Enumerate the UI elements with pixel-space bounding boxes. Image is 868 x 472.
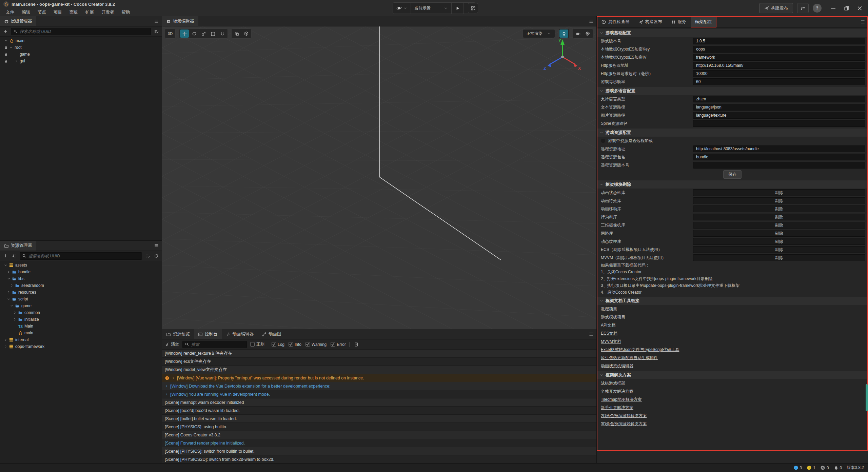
close-button[interactable] [857,5,863,11]
property-input[interactable]: zh,en [693,96,865,102]
property-input[interactable]: 1.0.5 [693,38,865,44]
console-message[interactable]: [Window] model_view文件夹存在 [162,366,596,374]
console-tab[interactable]: 控制台 [194,329,222,339]
hierarchy-node[interactable]: game [0,51,162,58]
asset-node[interactable]: script [0,296,162,302]
notification-count[interactable]: 0 [834,466,842,470]
doc-link[interactable]: Excel格式转Json文件与TypeScript代码工具 [601,347,679,353]
doc-link[interactable]: ECS文档 [601,331,617,336]
hierarchy-search[interactable] [11,28,151,35]
menu-item[interactable]: 扩展 [82,9,98,15]
hierarchy-node[interactable]: main [0,37,162,44]
remove-module-button[interactable]: 剔除 [693,222,865,229]
assets-search[interactable] [20,252,142,260]
remote-load-checkbox[interactable]: 游戏中资源是否远程加载 [597,137,868,145]
remove-module-button[interactable]: 剔除 [693,246,865,253]
hierarchy-node[interactable]: root [0,44,162,51]
hierarchy-add-button[interactable] [2,28,9,35]
inspector-tab-[interactable]: 属性检查器 [597,16,634,27]
doc-link[interactable]: 新手引导解决方案 [601,405,633,411]
console-message[interactable]: [Scene] [box2d]:box2d wasm lib loaded. [162,407,596,415]
inspector-tab-[interactable]: 服务 [667,16,691,27]
console-message[interactable]: [Scene] [PHYSICS]: switch from builtin t… [162,447,596,455]
doc-link[interactable]: 动画状态机编辑器 [601,363,633,369]
asset-node[interactable]: oops-framework [0,343,162,350]
tab-hierarchy[interactable]: 层级管理器 [0,16,36,26]
menu-item[interactable]: 节点 [34,9,50,15]
remove-module-button[interactable]: 剔除 [693,254,865,261]
property-input[interactable]: http://localhost:8083/assets/bundle [693,145,865,152]
console-message[interactable]: [Scene] [bullet]:bullet wasm lib loaded. [162,415,596,423]
section-header[interactable]: 游戏多语言配置 [597,87,868,95]
console-filter-error[interactable]: Error [331,342,346,347]
build-publish-button[interactable]: 构建发布 [759,3,793,13]
open-project-folder-button[interactable] [797,3,809,13]
menu-item[interactable]: 帮助 [118,9,134,15]
remove-module-button[interactable]: 剔除 [693,214,865,220]
console-message[interactable]: [Window] You are running Vue in developm… [162,390,596,398]
doc-link[interactable]: 战棋游戏框架 [601,380,625,386]
asset-node[interactable]: initialize [0,316,162,323]
preview-target-select[interactable] [393,3,411,14]
assets-filter-button[interactable] [144,253,151,259]
menu-item[interactable]: 文件 [2,9,18,15]
asset-node[interactable]: libs [0,275,162,282]
axis-gizmo[interactable]: Y X Z [542,36,583,73]
assets-search-input[interactable] [28,254,140,258]
asset-node[interactable]: TSMain [0,323,162,330]
remove-module-button[interactable]: 剔除 [693,238,865,245]
console-menu-icon[interactable] [589,332,594,337]
maximize-button[interactable] [844,5,849,11]
property-input[interactable]: oops [693,46,865,53]
inspector-menu-icon[interactable] [860,19,865,24]
tab-scene-editor[interactable]: 场景编辑器 [162,16,198,26]
inspector-tab-[interactable]: 构建发布 [634,16,667,27]
remove-module-button[interactable]: 剔除 [693,189,865,196]
doc-link[interactable]: 2D角色扮演游戏解决方案 [601,413,647,419]
snap-tool[interactable] [232,29,241,38]
assets-refresh-button[interactable] [153,253,160,259]
console-filter-info[interactable]: Info [289,342,301,347]
tab-assets[interactable]: 资源管理器 [0,241,36,251]
asset-node[interactable]: bundle [0,269,162,275]
error-count[interactable]: 0 [820,465,829,470]
asset-node[interactable]: common [0,309,162,316]
property-input[interactable]: language/texture [693,112,865,119]
console-message[interactable]: [Scene] [PHYSICS]: using builtin. [162,423,596,431]
menu-item[interactable]: 项目 [50,9,66,15]
asset-node[interactable]: main [0,330,162,336]
property-input[interactable] [693,162,865,169]
assets-add-button[interactable] [2,253,9,259]
remove-module-button[interactable]: 剔除 [693,205,865,212]
scene-select[interactable]: 当前场景 [411,3,451,14]
doc-link[interactable]: Tiledmap地图解决方案 [601,397,642,402]
console-search[interactable] [182,341,247,348]
console-tab[interactable]: 资源预览 [162,329,194,339]
hierarchy-menu-icon[interactable] [154,19,159,24]
hierarchy-search-input[interactable] [20,29,149,34]
asset-node[interactable]: assets [0,262,162,269]
view-3d-toggle[interactable]: 3D [166,29,175,38]
help-button[interactable]: ? [813,4,822,13]
doc-link[interactable]: 全栈开发解决方案 [601,389,633,394]
console-log-file-button[interactable] [353,341,360,348]
property-input[interactable]: 60 [693,78,865,85]
console-message[interactable]: [Window] ecs文件夹存在 [162,358,596,366]
menu-item[interactable]: 面板 [66,9,82,15]
doc-link[interactable]: 原生包热更新配置自动生成插件 [601,355,658,361]
console-message[interactable]: [Scene] meshopt wasm decoder initialized [162,398,596,407]
remove-module-button[interactable]: 剔除 [693,197,865,204]
console-message[interactable]: [Window] render_texture文件夹存在 [162,350,596,358]
menu-item[interactable]: 编辑 [18,9,34,15]
doc-link[interactable]: 游戏模板项目 [601,314,625,320]
assets-sort-button[interactable] [11,253,18,259]
rotate-tool[interactable] [190,29,198,38]
asset-node[interactable]: internal [0,336,162,343]
regex-checkbox[interactable]: 正则 [250,341,264,347]
menu-item[interactable]: 开发者 [98,9,118,15]
rect-tool[interactable] [209,29,217,38]
property-input[interactable]: language/json [693,104,865,111]
section-header[interactable]: 框架模块剔除 [597,180,868,189]
transform-gizmo-tool[interactable] [218,29,227,38]
inspector-tab-active[interactable]: 框架配置 [691,16,716,27]
